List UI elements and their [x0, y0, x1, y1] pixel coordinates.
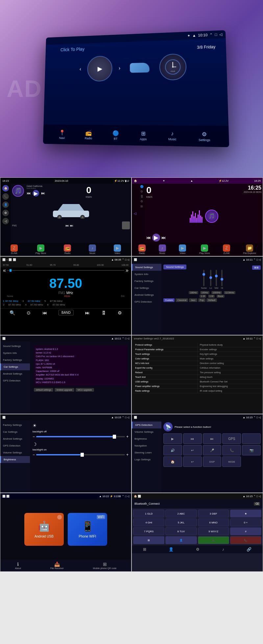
func-home-btn[interactable]: 🏠 [163, 456, 182, 467]
numkey-5[interactable]: 5 JKL [165, 518, 197, 526]
factory-col1-2[interactable]: Protocol Parameter settings [133, 347, 198, 352]
preset-custom[interactable]: Custom [163, 298, 175, 302]
eq-lo-track[interactable] [210, 270, 211, 286]
brightness-on-minus[interactable]: − [33, 452, 35, 457]
sysinfo-nav-factory[interactable]: Factory Settings [0, 356, 30, 363]
sound-settings-btn[interactable]: Sound Settings [163, 264, 186, 269]
app-video[interactable]: ▶ Video [114, 244, 121, 254]
nav-sound-settings[interactable]: Sound Settings [132, 264, 161, 271]
bt-nav-icon3[interactable]: ⚙ [196, 547, 200, 552]
fm-scan-btn[interactable]: ⊙ [27, 310, 31, 315]
mp-prev-btn[interactable]: ⏮ [27, 191, 31, 196]
hero-prev-btn[interactable]: ‹ [80, 66, 81, 72]
fm-preset-3[interactable]: 87.50 MHz [28, 300, 40, 303]
nav-bt[interactable]: 🔵 BT [112, 130, 119, 140]
bt-nav-icon4[interactable]: ♪ [222, 547, 224, 552]
brightness-off-plus[interactable]: + [126, 434, 129, 439]
numkey-hangup[interactable]: 📞 [230, 536, 261, 544]
preset-pop[interactable]: Pop [198, 298, 205, 302]
mp-settings-icon[interactable]: ⚙ [2, 210, 9, 216]
usb-android-option[interactable]: 🤖 Android USB [24, 513, 64, 546]
factory-col1-3[interactable]: Touch settings [133, 352, 198, 356]
usb-file-receiver-btn[interactable]: 📥 File Receiver [50, 562, 64, 569]
nav-apps[interactable]: ⊞ Apps [140, 130, 147, 141]
brightness-on-plus[interactable]: + [126, 452, 129, 457]
nav-navi[interactable]: 📍 Navi [59, 129, 65, 140]
factory-col2-11[interactable]: IR code output setting [198, 389, 261, 393]
app-music[interactable]: ♪ Music [89, 244, 96, 254]
usb-qrcode-btn[interactable]: ⊞ Mobile phone QR code [93, 562, 117, 569]
factory-col2-5[interactable]: Direction control setting [198, 361, 261, 366]
fm-seek-bar[interactable] [7, 270, 124, 271]
app-playstore[interactable]: ▶ Play Store [36, 244, 46, 254]
mp-right-play[interactable]: ▶ [152, 234, 160, 242]
brightness-nav-brightness[interactable]: Brightness [0, 456, 30, 463]
eq-hi-track[interactable] [221, 270, 223, 286]
nav-radio[interactable]: 📻 Radio [85, 129, 92, 140]
brightness-nav-android[interactable]: Android Settings [0, 435, 30, 442]
numkey-hash[interactable]: # [230, 527, 261, 535]
numkey-2[interactable]: 2 ABC [165, 510, 197, 518]
sysinfo-upgrade-btn[interactable]: limited upgrade [55, 388, 74, 392]
fm-preset-5[interactable]: 87.50 MHz [50, 300, 63, 303]
brightness-off-minus[interactable]: − [33, 434, 35, 439]
numkey-6[interactable]: 6 MNO [198, 518, 229, 526]
factory-col2-2[interactable]: Encoder settings [198, 347, 261, 352]
func-phone-btn[interactable]: 📞 [222, 445, 241, 455]
mp-left-prev-track[interactable]: ⏮ [65, 224, 69, 227]
func-disp-btn[interactable]: DISP [203, 456, 222, 467]
factory-col1-11[interactable]: Radio settings [133, 389, 198, 393]
usb-phone-option[interactable]: WiFi 📱 Phone WIFI [68, 513, 107, 546]
mp-next-btn[interactable]: ⏭ [41, 191, 45, 196]
app-music-right[interactable]: ♪ Music [159, 244, 166, 254]
brightness-nav-volume[interactable]: Volume Settings [0, 449, 30, 456]
preset-jazz[interactable]: Jazz [189, 298, 197, 302]
eq-mid-track[interactable] [216, 270, 217, 286]
hero-play-icon[interactable]: ▶ [97, 65, 102, 73]
numkey-0plus[interactable]: 0 + [230, 518, 261, 526]
app-radio[interactable]: 📻 Radio [64, 244, 71, 254]
numkey-grid[interactable]: ⊞ [133, 536, 164, 544]
factory-col2-3[interactable]: Key light settings [198, 352, 261, 356]
factory-col2-4[interactable]: Mute settings [198, 356, 261, 361]
fm-settings-btn[interactable]: ⚙ [118, 310, 122, 315]
gps-nav-brightness[interactable]: Brightness [132, 435, 161, 442]
nav-factory-settings[interactable]: Factory Settings [132, 278, 161, 285]
func-mode-btn[interactable]: MODE [222, 456, 241, 467]
fm-eq-btn[interactable]: 🎛 [102, 310, 106, 315]
sysinfo-nav-gps[interactable]: GPS Detection [0, 377, 30, 384]
mp-left-next-track[interactable]: ⏭ [70, 224, 73, 227]
nav-gps-detection[interactable]: GPS Detection [132, 298, 161, 305]
mp-home-icon[interactable]: 🏠 [2, 185, 9, 192]
fm-preset-2[interactable]: 87.50 MHz [8, 303, 21, 306]
sysinfo-default-btn[interactable]: default settings [34, 388, 53, 392]
factory-col1-7[interactable]: Reboot [133, 370, 198, 375]
brightness-nav-car[interactable]: Car Settings [0, 428, 30, 435]
numkey-contact[interactable]: 👤 [165, 536, 197, 544]
factory-col1-8[interactable]: Touch test [133, 375, 198, 380]
sysinfo-nav-car[interactable]: Car Settings [0, 363, 30, 370]
brightness-on-slider[interactable] [36, 454, 125, 455]
func-prev-btn[interactable]: ⏮ [183, 433, 202, 444]
brightness-nav-factory[interactable]: Factory Settings [0, 422, 30, 428]
factory-col1-4[interactable]: Color settings [133, 356, 198, 361]
app-fileexplorer[interactable]: 📁 File Explorer [243, 244, 256, 254]
preset-classical[interactable]: Classical [176, 298, 188, 302]
sysinfo-nav-sound[interactable]: Sound Settings [0, 343, 30, 350]
gps-nav-gps[interactable]: GPS Detection [132, 422, 161, 428]
brightness-off-slider[interactable] [36, 436, 125, 437]
sysinfo-nav-android[interactable]: Android Settings [0, 370, 30, 377]
eq-default-btn[interactable]: Default [206, 298, 217, 302]
func-back-btn[interactable]: ↩ [183, 445, 202, 455]
gps-nav-steering[interactable]: Steering Learn [132, 449, 161, 456]
factory-col1-5[interactable]: MCU info test [133, 361, 198, 366]
func-vol-down-btn[interactable]: 🔊 [163, 445, 182, 455]
fm-preset-4[interactable]: 87.50 MHz [31, 303, 43, 306]
app-zlink[interactable]: Z ZLINK [11, 244, 18, 254]
app-radio-right[interactable]: 📻 Radio [138, 244, 146, 254]
mp-right-next[interactable]: ⏭ [161, 235, 166, 240]
gps-nav-navigation[interactable]: Navigation [132, 442, 161, 449]
fm-prev-btn[interactable]: ⏮ [42, 310, 47, 315]
mp-right-icon2[interactable]: ⚙ [140, 190, 143, 193]
bt-backspace-btn[interactable]: ⌫ [254, 502, 260, 506]
